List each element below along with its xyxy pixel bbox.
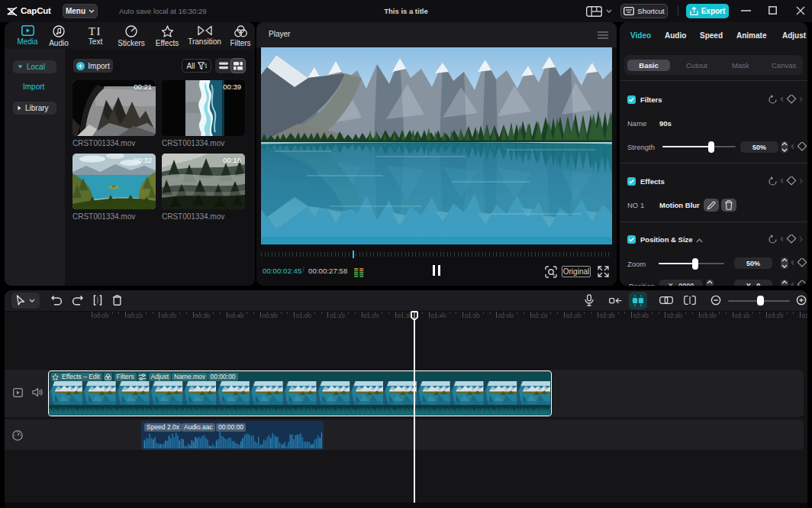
svg-text:I: I xyxy=(97,25,101,36)
svg-text:T: T xyxy=(89,25,95,36)
